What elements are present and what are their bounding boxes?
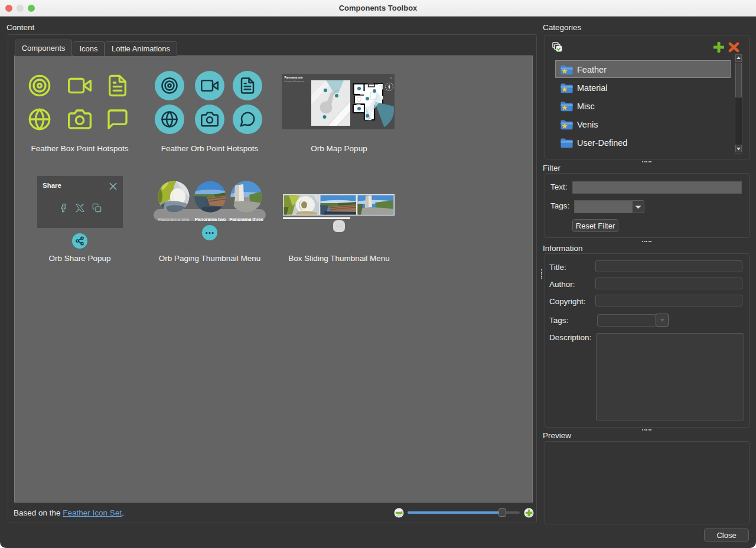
svg-text:Panorama one: Panorama one: [285, 76, 304, 79]
svg-text:Description of Panorama one: Description of Panorama one: [285, 80, 305, 83]
